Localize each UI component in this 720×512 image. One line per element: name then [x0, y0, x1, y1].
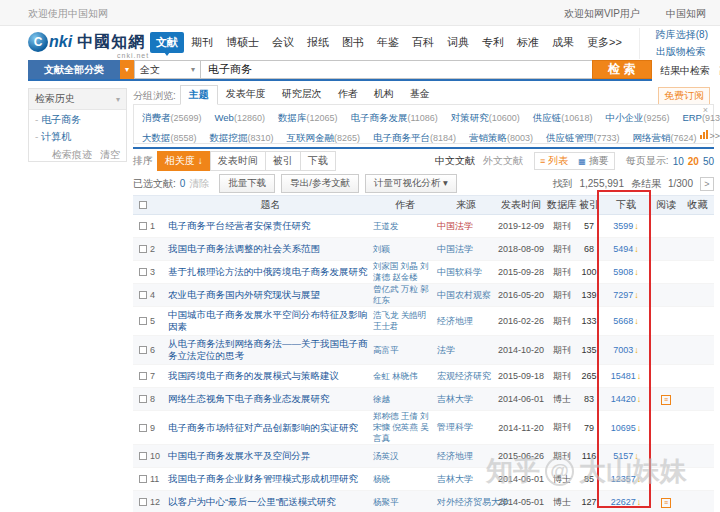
paper-title-link[interactable]: 我国电子商务企业财务管理模式形成机理研究	[168, 471, 373, 487]
keyword-link[interactable]: 中小企业(9256)	[605, 107, 669, 127]
history-trace-link[interactable]: 检索痕迹	[52, 148, 92, 162]
source-link[interactable]: 中国农村观察	[437, 290, 491, 300]
sort-option-3[interactable]: 下载	[300, 151, 336, 171]
download-icon[interactable]: ↓	[634, 244, 639, 254]
read-online-icon[interactable]: ≡	[661, 498, 671, 508]
row-checkbox[interactable]	[139, 222, 147, 230]
source-link[interactable]: 经济地理	[437, 451, 473, 461]
keyword-link[interactable]: 数据库(12065)	[278, 107, 338, 127]
category-caret-icon[interactable]: ▾	[120, 60, 134, 79]
authors-link[interactable]: 曾亿武 万粒 郭红东	[373, 284, 437, 306]
source-link[interactable]: 吉林大学	[437, 474, 473, 484]
nav-item-2[interactable]: 博硕士	[220, 32, 265, 53]
download-count-link[interactable]: 5908	[613, 267, 633, 277]
authors-link[interactable]: 王道发	[373, 221, 437, 232]
search-in-results-link[interactable]: 结果中检索	[660, 64, 710, 78]
row-checkbox[interactable]	[139, 317, 147, 325]
batch-button-0[interactable]: 批量下载	[219, 174, 275, 193]
nav-item-3[interactable]: 会议	[266, 32, 300, 53]
row-checkbox[interactable]	[139, 346, 147, 354]
close-icon[interactable]: ×	[703, 105, 708, 115]
paper-title-link[interactable]: 电子商务市场特征对产品创新影响的实证研究	[168, 420, 373, 436]
nav-item-4[interactable]: 报纸	[301, 32, 335, 53]
group-tab-2[interactable]: 研究层次	[274, 85, 330, 105]
sort-option-1[interactable]: 发表时间	[210, 151, 266, 171]
vip-user-link[interactable]: 欢迎知网VIP用户	[564, 7, 640, 21]
download-icon[interactable]: ↓	[637, 394, 642, 404]
authors-link[interactable]: 杨聚平	[373, 497, 437, 508]
history-link-0[interactable]: 电子商务	[41, 114, 81, 125]
keyword-link[interactable]: 对策研究(10600)	[451, 107, 520, 127]
download-count-link[interactable]: 3599	[613, 221, 633, 231]
sort-option-0[interactable]: 相关度 ↓	[157, 151, 211, 171]
download-icon[interactable]: ↓	[634, 221, 639, 231]
download-count-link[interactable]: 12357	[611, 474, 636, 484]
authors-link[interactable]: 高富平	[373, 345, 437, 356]
category-select-button[interactable]: 文献全部分类	[28, 60, 120, 79]
batch-button-2[interactable]: 计量可视化分析 ▾	[365, 174, 457, 193]
source-link[interactable]: 法学	[437, 345, 455, 355]
nav-item-11[interactable]: 成果	[546, 32, 580, 53]
collapse-icon[interactable]: ▾	[116, 95, 120, 104]
row-checkbox[interactable]	[139, 395, 147, 403]
authors-link[interactable]: 杨晓	[373, 474, 437, 485]
download-count-link[interactable]: 14420	[611, 394, 636, 404]
select-all-checkbox[interactable]	[139, 201, 147, 209]
authors-link[interactable]: 刘颖	[373, 244, 437, 255]
paper-title-link[interactable]: 从电子商务法到网络商务法——关于我国电子商务立法定位的思考	[168, 336, 373, 364]
read-online-icon[interactable]: ≡	[661, 395, 671, 405]
download-count-link[interactable]: 5494	[613, 244, 633, 254]
source-link[interactable]: 管理科学	[437, 422, 473, 432]
group-tab-4[interactable]: 机构	[366, 85, 402, 105]
download-icon[interactable]: ↓	[637, 474, 642, 484]
keyword-link[interactable]: Web(12860)	[215, 107, 265, 127]
header-side-link-0[interactable]: 跨库选择(8)	[656, 28, 708, 42]
download-count-link[interactable]: 22627	[611, 497, 636, 507]
keywords-more-link[interactable]: >>	[710, 127, 720, 147]
header-side-link-1[interactable]: 出版物检索	[656, 45, 708, 59]
paper-title-link[interactable]: 电子商务平台经营者安保责任研究	[168, 218, 373, 234]
lang-option-1[interactable]: 外文文献	[483, 154, 523, 168]
search-input[interactable]	[200, 60, 592, 79]
row-checkbox[interactable]	[139, 424, 147, 432]
batch-button-1[interactable]: 导出/参考文献	[281, 174, 359, 193]
download-icon[interactable]: ↓	[634, 316, 639, 326]
row-checkbox[interactable]	[139, 372, 147, 380]
row-checkbox[interactable]	[139, 268, 147, 276]
authors-link[interactable]: 汤英汉	[373, 451, 437, 462]
keyword-link[interactable]: 消费者(25699)	[142, 107, 202, 127]
paper-title-link[interactable]: 网络生态视角下电子商务业态发展研究	[168, 391, 373, 407]
source-link[interactable]: 吉林大学	[437, 394, 473, 404]
paper-title-link[interactable]: 我国跨境电子商务的发展模式与策略建议	[168, 368, 373, 384]
next-page-button[interactable]: >	[700, 177, 714, 191]
group-tab-0[interactable]: 主题	[180, 85, 218, 105]
row-checkbox[interactable]	[139, 291, 147, 299]
download-icon[interactable]: ↓	[634, 451, 639, 461]
page-size-50[interactable]: 50	[703, 156, 714, 167]
paper-title-link[interactable]: 我国电子商务法调整的社会关系范围	[168, 241, 373, 257]
authors-link[interactable]: 浩飞龙 关皓明 王士君	[373, 310, 437, 332]
page-size-20[interactable]: 20	[688, 156, 699, 167]
keyword-link[interactable]: 互联网金融(8265)	[287, 127, 361, 147]
search-button[interactable]: 检 索	[592, 60, 652, 79]
row-checkbox[interactable]	[139, 245, 147, 253]
nav-item-9[interactable]: 专利	[476, 32, 510, 53]
group-tab-5[interactable]: 基金	[402, 85, 438, 105]
nav-item-0[interactable]: 文献	[150, 32, 184, 53]
nav-item-8[interactable]: 词典	[441, 32, 475, 53]
keyword-link[interactable]: 营销策略(8003)	[469, 127, 533, 147]
row-checkbox[interactable]	[139, 452, 147, 460]
site-link[interactable]: 中国知网	[666, 7, 706, 21]
keyword-link[interactable]: 供应链(10618)	[533, 107, 593, 127]
nav-item-6[interactable]: 年鉴	[371, 32, 405, 53]
authors-link[interactable]: 徐越	[373, 394, 437, 405]
source-link[interactable]: 宏观经济研究	[437, 371, 491, 381]
download-count-link[interactable]: 7297	[613, 290, 633, 300]
source-link[interactable]: 经济地理	[437, 316, 473, 326]
download-count-link[interactable]: 5157	[613, 451, 633, 461]
nav-item-1[interactable]: 期刊	[185, 32, 219, 53]
group-tab-3[interactable]: 作者	[330, 85, 366, 105]
authors-link[interactable]: 刘家国 刘晶 刘潇德 赵金楼	[373, 261, 437, 283]
nav-item-10[interactable]: 标准	[511, 32, 545, 53]
download-count-link[interactable]: 7003	[613, 345, 633, 355]
